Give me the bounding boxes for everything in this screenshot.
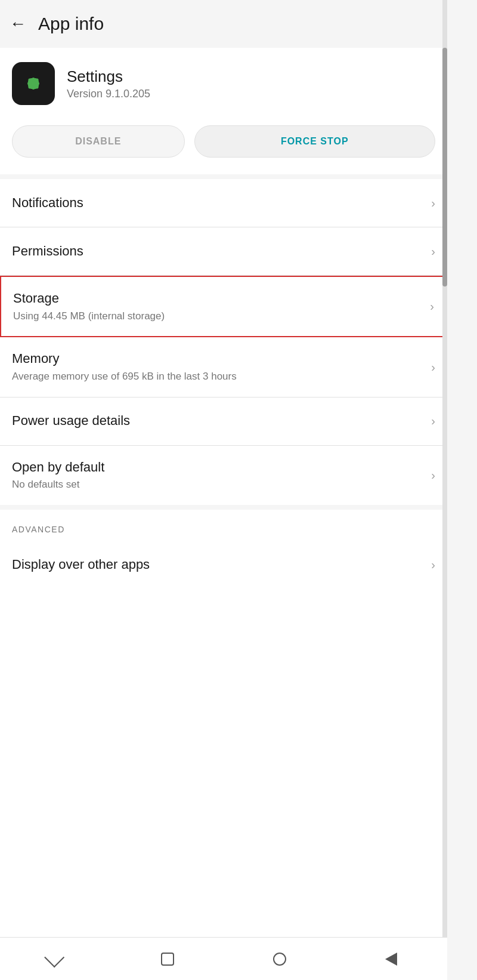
scrollbar[interactable] [442,0,447,980]
app-version: Version 9.1.0.205 [67,88,150,100]
memory-content: Memory Average memory use of 695 kB in t… [12,350,425,383]
memory-subtitle: Average memory use of 695 kB in the last… [12,369,425,384]
permissions-title: Permissions [12,243,425,260]
storage-subtitle: Using 44.45 MB (internal storage) [13,309,424,323]
back-button[interactable]: ← [10,16,26,32]
down-icon [44,947,64,967]
app-info-section: Settings Version 9.1.0.205 [0,48,447,119]
app-name: Settings [67,67,150,87]
advanced-label: ADVANCED [12,525,65,534]
storage-item[interactable]: Storage Using 44.45 MB (internal storage… [0,276,447,337]
disable-button[interactable]: DISABLE [12,125,185,158]
display-over-other-apps-title: Display over other apps [12,556,425,574]
app-bar: ← App info [0,0,447,48]
app-details: Settings Version 9.1.0.205 [67,67,150,101]
storage-content: Storage Using 44.45 MB (internal storage… [13,290,424,323]
back-icon [385,953,397,966]
scrollbar-thumb[interactable] [442,48,447,286]
square-icon [161,953,174,966]
open-by-default-subtitle: No defaults set [12,477,425,492]
nav-recents-button[interactable] [153,944,182,974]
memory-title: Memory [12,350,425,368]
force-stop-button[interactable]: FORCE STOP [194,125,436,158]
storage-chevron: › [430,300,434,313]
notifications-content: Notifications [12,195,425,212]
action-buttons: DISABLE FORCE STOP [0,119,447,174]
permissions-content: Permissions [12,243,425,260]
settings-gear-icon [21,72,45,95]
page-title: App info [38,14,104,34]
power-usage-content: Power usage details [12,412,425,430]
bottom-navigation [0,937,447,980]
permissions-chevron: › [431,245,435,258]
app-icon [12,62,55,105]
section-divider-thick-2 [0,505,447,510]
display-over-other-apps-item[interactable]: Display over other apps › [0,541,447,588]
memory-item[interactable]: Memory Average memory use of 695 kB in t… [0,337,447,396]
permissions-item[interactable]: Permissions › [0,227,447,275]
section-divider-thick-1 [0,174,447,179]
power-usage-title: Power usage details [12,412,425,430]
storage-title: Storage [13,290,424,307]
power-usage-chevron: › [431,414,435,428]
notifications-title: Notifications [12,195,425,212]
open-by-default-item[interactable]: Open by default No defaults set › [0,446,447,505]
circle-icon [273,953,286,966]
power-usage-item[interactable]: Power usage details › [0,397,447,445]
display-over-other-apps-chevron: › [431,558,435,572]
memory-chevron: › [431,360,435,374]
notifications-chevron: › [431,196,435,210]
open-by-default-chevron: › [431,469,435,482]
notifications-item[interactable]: Notifications › [0,179,447,227]
nav-down-button[interactable] [41,944,71,974]
nav-back-button[interactable] [376,944,406,974]
open-by-default-title: Open by default [12,459,425,476]
open-by-default-content: Open by default No defaults set [12,459,425,492]
advanced-section-header: ADVANCED [0,510,447,541]
nav-home-button[interactable] [265,944,295,974]
display-over-other-apps-content: Display over other apps [12,556,425,574]
